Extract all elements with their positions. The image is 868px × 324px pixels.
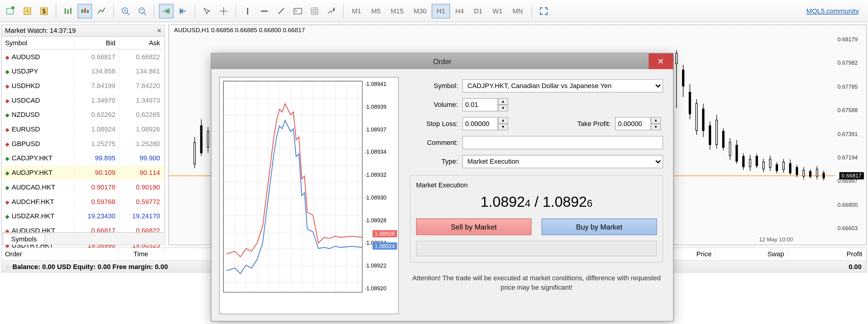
mw-row-usdzar.hkt[interactable]: USDZAR.HKT19.2343019.24170 (2, 209, 165, 224)
candle-chart-btn[interactable] (78, 4, 92, 18)
mw-row-audcad.hkt[interactable]: AUDCAD.HKT0.901780.90190 (2, 180, 165, 195)
line-chart-btn[interactable] (94, 4, 109, 18)
tick-chart: ·1.08941·1.08939·1.08937·1.08934·1.08932… (219, 77, 399, 314)
tp-up-btn[interactable]: ▲ (651, 117, 661, 124)
tf-m15-btn[interactable]: M15 (386, 4, 409, 18)
direction-icon (5, 96, 10, 104)
exec-placeholder (416, 241, 657, 256)
direction-icon (5, 82, 10, 90)
mw-tab-symbols[interactable]: Symbols (3, 233, 45, 245)
mw-col-bid[interactable]: Bid (74, 37, 119, 49)
fullscreen-btn[interactable] (536, 4, 551, 18)
volume-input[interactable] (462, 98, 498, 111)
exec-group-title: Market Execution (414, 181, 470, 189)
dialog-close-btn[interactable]: ✕ (649, 54, 673, 69)
label-type: Type: (410, 158, 462, 165)
text-label-btn[interactable] (290, 4, 305, 18)
shift-start-btn[interactable] (176, 4, 190, 18)
chart-header: AUDUSD,H1 0.66856 0.66885 0.66800 0.6681… (172, 26, 307, 34)
mw-row-eurusd[interactable]: EURUSD1.089241.08926 (2, 122, 165, 137)
volume-up-btn[interactable]: ▲ (498, 98, 508, 105)
trendline-btn[interactable] (274, 4, 288, 18)
direction-icon (5, 154, 10, 162)
main-toolbar: + $ + − ε M1M5M15M30H1H4D1W1MN MQL5.comm… (0, 0, 868, 22)
tf-m1-btn[interactable]: M1 (347, 4, 366, 18)
tf-m30-btn[interactable]: M30 (408, 4, 432, 18)
volume-down-btn[interactable]: ▼ (498, 105, 508, 111)
candle (816, 169, 818, 177)
mql5-link[interactable]: MQL5.community (806, 7, 859, 15)
mw-row-usdhkd[interactable]: USDHKD7.841997.84220 (2, 79, 165, 93)
mw-row-gbpusd[interactable]: GBPUSD1.252751.25280 (2, 137, 165, 151)
mw-row-cadjpy.hkt[interactable]: CADJPY.HKT99.89599.900 (2, 151, 165, 165)
takeprofit-input[interactable] (615, 117, 651, 130)
mw-col-symbol[interactable]: Symbol (2, 37, 74, 49)
new-chart-btn[interactable] (3, 4, 18, 18)
comment-input[interactable] (462, 136, 663, 150)
crosshair-btn[interactable] (216, 4, 231, 18)
sl-up-btn[interactable]: ▲ (498, 117, 508, 124)
bar-chart-btn[interactable] (61, 4, 75, 18)
direction-icon (5, 169, 10, 177)
buy-by-market-btn[interactable]: Buy by Market (541, 218, 657, 235)
type-select[interactable]: Market Execution (462, 155, 663, 168)
mw-row-audjpy.hkt[interactable]: AUDJPY.HKT90.10990.114 (2, 165, 165, 180)
term-col-swap[interactable]: Swap (715, 248, 788, 260)
direction-icon (5, 67, 10, 75)
sl-down-btn[interactable]: ▼ (498, 124, 508, 130)
mw-col-ask[interactable]: Ask (119, 37, 163, 49)
tf-m5-btn[interactable]: M5 (366, 4, 386, 18)
svg-rect-6 (82, 9, 83, 12)
mw-row-usdjpy[interactable]: USDJPY134.858134.861 (2, 64, 165, 79)
direction-icon (5, 198, 10, 205)
svg-text:+: + (25, 7, 29, 14)
zoom-in-btn[interactable]: + (118, 4, 133, 18)
term-col-profit[interactable]: Profit (788, 248, 866, 260)
market-watch-title: Market Watch: 14:37:19 (5, 27, 76, 35)
candle (689, 92, 691, 114)
add-btn[interactable]: + (20, 4, 35, 18)
tf-mn-btn[interactable]: MN (507, 4, 528, 18)
tf-h1-btn[interactable]: H1 (432, 4, 450, 18)
indicators-btn[interactable]: ε (324, 4, 339, 18)
svg-rect-8 (87, 10, 89, 12)
label-symbol: Symbol: (410, 82, 462, 90)
vline-btn[interactable] (240, 4, 255, 18)
direction-icon (5, 184, 10, 191)
mw-row-usdcad[interactable]: USDCAD1.349701.34973 (2, 93, 165, 107)
market-watch-close-btn[interactable]: × (157, 27, 161, 35)
cursor-btn[interactable] (200, 4, 214, 18)
order-dialog: Order ✕ ·1.08941·1.08939·1.08937·1.08934… (211, 53, 674, 321)
shift-end-btn[interactable] (159, 4, 174, 18)
candle (695, 103, 698, 131)
mw-row-audchf.hkt[interactable]: AUDCHF.HKT0.597680.59772 (2, 194, 165, 209)
svg-point-1 (11, 6, 14, 9)
sell-by-market-btn[interactable]: Sell by Market (416, 218, 532, 235)
direction-icon (5, 140, 10, 148)
candle (769, 159, 771, 168)
term-col-order[interactable]: Order (2, 248, 119, 260)
dialog-titlebar[interactable]: Order ✕ (211, 54, 673, 69)
candle (207, 131, 209, 148)
symbol-select[interactable]: CADJPY.HKT, Canadian Dollar vs Japanese … (462, 79, 663, 93)
hline-btn[interactable] (257, 4, 272, 18)
candle (702, 109, 704, 131)
label-comment: Comment: (410, 139, 462, 147)
tp-down-btn[interactable]: ▼ (651, 124, 661, 130)
market-watch-panel: Market Watch: 14:37:19 × Symbol Bid Ask … (1, 25, 165, 245)
candle (823, 173, 825, 178)
tf-d1-btn[interactable]: D1 (469, 4, 488, 18)
tf-h4-btn[interactable]: H4 (451, 4, 469, 18)
chart-price-tag: 0.66817 (839, 172, 864, 180)
mw-row-nzdusd[interactable]: NZDUSD0.622620.62265 (2, 107, 165, 122)
zoom-out-btn[interactable]: − (135, 4, 150, 18)
mw-row-audusd[interactable]: AUDUSD0.668170.66822 (2, 50, 165, 64)
stoploss-input[interactable] (462, 117, 498, 130)
direction-icon (5, 53, 10, 61)
money-btn[interactable]: $ (37, 4, 51, 18)
tf-w1-btn[interactable]: W1 (488, 4, 507, 18)
term-col-time[interactable]: Time (119, 248, 163, 260)
grid-btn[interactable] (307, 4, 322, 18)
dialog-title: Order (433, 57, 452, 66)
candle (796, 167, 798, 175)
